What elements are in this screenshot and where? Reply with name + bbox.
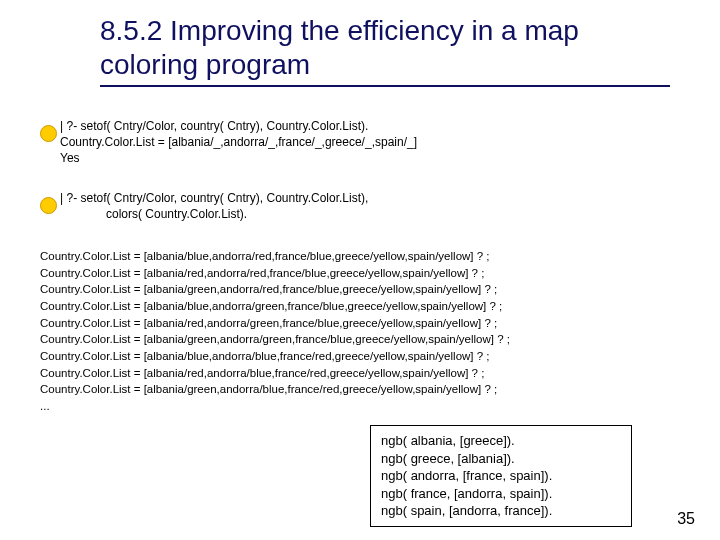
query-block-2: | ?- setof( Cntry/Color, country( Cntry)…: [60, 190, 368, 222]
query-block-1: | ?- setof( Cntry/Color, country( Cntry)…: [60, 118, 417, 167]
ngb-line: ngb( andorra, [france, spain]).: [381, 467, 621, 485]
result-line: Country.Color.List = [albania/blue,andor…: [40, 298, 510, 315]
ngb-facts-box: ngb( albania, [greece]). ngb( greece, [a…: [370, 425, 632, 527]
result-line: Country.Color.List = [albania/green,ando…: [40, 331, 510, 348]
result-line: Country.Color.List = [albania/blue,andor…: [40, 248, 510, 265]
page-number: 35: [677, 510, 695, 528]
result-line: Country.Color.List = [albania/red,andorr…: [40, 315, 510, 332]
result-line: Country.Color.List = [albania/blue,andor…: [40, 348, 510, 365]
title-block: 8.5.2 Improving the efficiency in a map …: [100, 14, 670, 87]
query2-line2: colors( Country.Color.List).: [60, 206, 368, 222]
query1-line2: Country.Color.List = [albania/_,andorra/…: [60, 134, 417, 150]
result-line: Country.Color.List = [albania/red,andorr…: [40, 265, 510, 282]
ngb-line: ngb( spain, [andorra, france]).: [381, 502, 621, 520]
result-line: ...: [40, 398, 510, 415]
ngb-line: ngb( greece, [albania]).: [381, 450, 621, 468]
query1-line1: | ?- setof( Cntry/Color, country( Cntry)…: [60, 119, 368, 133]
slide-title: 8.5.2 Improving the efficiency in a map …: [100, 14, 670, 81]
ngb-line: ngb( france, [andorra, spain]).: [381, 485, 621, 503]
ngb-line: ngb( albania, [greece]).: [381, 432, 621, 450]
result-line: Country.Color.List = [albania/green,ando…: [40, 381, 510, 398]
slide: 8.5.2 Improving the efficiency in a map …: [0, 0, 720, 540]
query2-line1: | ?- setof( Cntry/Color, country( Cntry)…: [60, 191, 368, 205]
results-list: Country.Color.List = [albania/blue,andor…: [40, 248, 510, 415]
result-line: Country.Color.List = [albania/red,andorr…: [40, 365, 510, 382]
bullet-icon: [40, 197, 57, 214]
query1-line3: Yes: [60, 150, 417, 166]
bullet-icon: [40, 125, 57, 142]
result-line: Country.Color.List = [albania/green,ando…: [40, 281, 510, 298]
